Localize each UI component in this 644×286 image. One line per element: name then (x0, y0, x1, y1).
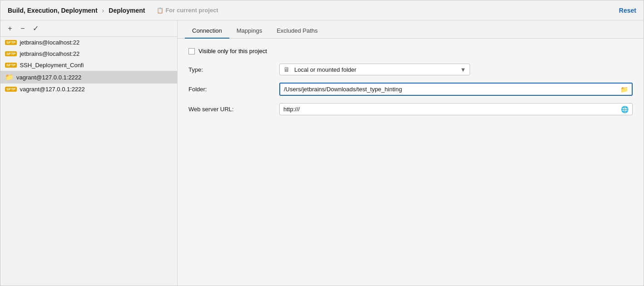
type-dropdown-value: Local or mounted folder (294, 66, 357, 73)
folder-row: Folder: 📁 (188, 83, 633, 96)
form-area: Visible only for this project Type: 🖥 Lo… (178, 39, 644, 286)
sidebar-item[interactable]: SFTP vagrant@127.0.0.1:2222 (0, 84, 177, 95)
breadcrumb-part2: Deployment (109, 7, 145, 14)
sftp-badge: SFTP (5, 87, 17, 92)
reset-button[interactable]: Reset (619, 7, 636, 14)
sidebar-item-label: jetbrains@localhost:22 (20, 39, 79, 46)
header: Build, Execution, Deployment › Deploymen… (0, 0, 644, 20)
breadcrumb-part1: Build, Execution, Deployment (8, 7, 98, 14)
globe-icon[interactable]: 🌐 (617, 104, 632, 115)
sidebar-item-label: vagrant@127.0.0.1:2222 (20, 86, 84, 93)
sidebar-item-label: SSH_Deployment_Confi (20, 62, 84, 69)
folder-browse-icon[interactable]: 📁 (617, 84, 632, 95)
monitor-icon: 🖥 (283, 66, 290, 73)
visible-only-checkbox[interactable] (188, 48, 195, 54)
tabs-bar: Connection Mappings Excluded Paths (178, 20, 644, 39)
sidebar-item[interactable]: SFTP jetbrains@localhost:22 (0, 48, 177, 59)
for-current-project: 📋 For current project (157, 7, 218, 14)
web-server-url-label: Web server URL: (188, 106, 279, 113)
visible-only-label: Visible only for this project (198, 48, 267, 54)
folder-label: Folder: (188, 86, 279, 93)
folder-input[interactable] (280, 84, 617, 95)
content-panel: Connection Mappings Excluded Paths Visib… (178, 20, 644, 286)
folder-control: 📁 (279, 83, 633, 96)
remove-button[interactable]: − (17, 23, 29, 35)
sidebar-toolbar: + − ✓ (0, 20, 177, 37)
visible-only-row: Visible only for this project (188, 48, 633, 54)
web-server-url-input[interactable] (280, 104, 617, 115)
sidebar-item-label: jetbrains@localhost:22 (20, 50, 79, 57)
type-dropdown[interactable]: 🖥 Local or mounted folder ▼ (279, 64, 470, 75)
sidebar: + − ✓ SFTP jetbrains@localhost:22 SFTP j… (0, 20, 178, 286)
web-server-url-input-wrapper: 🌐 (279, 103, 633, 115)
type-control: 🖥 Local or mounted folder ▼ (279, 64, 633, 75)
main-layout: + − ✓ SFTP jetbrains@localhost:22 SFTP j… (0, 20, 644, 286)
web-server-url-row: Web server URL: 🌐 (188, 103, 633, 115)
breadcrumb: Build, Execution, Deployment › Deploymen… (8, 7, 218, 14)
sftp-badge: SFTP (5, 63, 17, 68)
type-row: Type: 🖥 Local or mounted folder ▼ (188, 64, 633, 75)
tab-connection[interactable]: Connection (185, 24, 229, 39)
sidebar-item[interactable]: SFTP jetbrains@localhost:22 (0, 37, 177, 48)
dropdown-arrow-icon: ▼ (460, 66, 466, 73)
sftp-badge: SFTP (5, 51, 17, 56)
sidebar-item[interactable]: SFTP SSH_Deployment_Confi (0, 59, 177, 71)
sidebar-item-selected[interactable]: 📁 vagrant@127.0.0.1:2222 (0, 71, 177, 84)
folder-input-wrapper: 📁 (279, 83, 633, 96)
add-button[interactable]: + (4, 23, 16, 35)
web-server-url-control: 🌐 (279, 103, 633, 115)
type-label: Type: (188, 66, 279, 73)
sftp-badge: SFTP (5, 40, 17, 45)
breadcrumb-separator: › (102, 7, 104, 14)
sidebar-item-label: vagrant@127.0.0.1:2222 (16, 74, 81, 81)
tab-excluded-paths[interactable]: Excluded Paths (269, 24, 325, 39)
tab-mappings[interactable]: Mappings (229, 24, 269, 39)
folder-icon: 📁 (5, 73, 14, 81)
check-button[interactable]: ✓ (30, 23, 41, 35)
